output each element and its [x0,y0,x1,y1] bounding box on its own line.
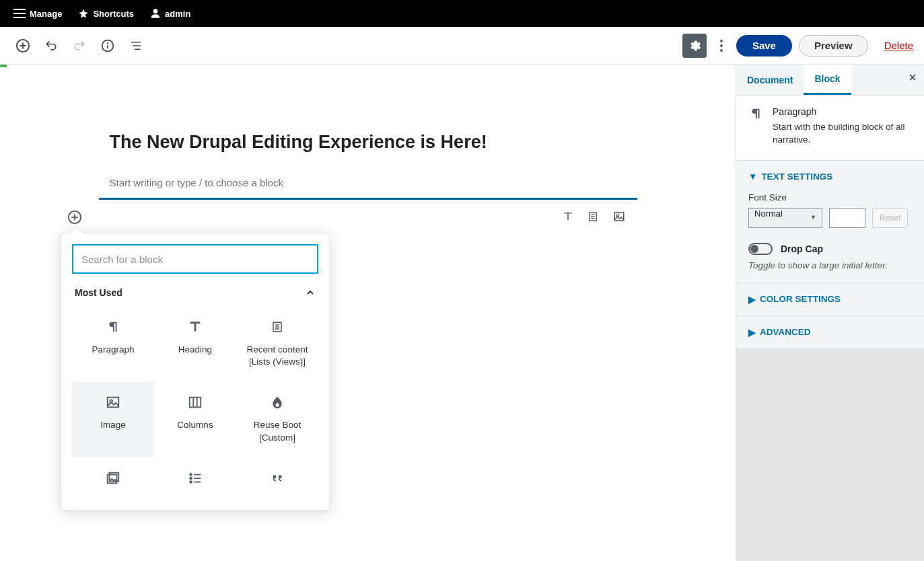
image-suggestion-button[interactable] [613,211,627,224]
drop-cap-hint: Toggle to show a large initial letter. [748,260,912,270]
svg-point-36 [190,478,192,480]
delete-link[interactable]: Delete [884,40,913,51]
document-list-icon [271,320,283,334]
preview-button[interactable]: Preview [799,35,868,57]
text-settings-header[interactable]: ▼ TEXT SETTINGS [736,161,924,192]
info-button[interactable] [96,34,120,58]
more-options-button[interactable] [713,34,730,58]
add-block-button[interactable] [11,34,35,58]
block-meta-description: Start with the building block of all nar… [773,121,912,147]
outline-button[interactable] [124,34,148,58]
block-option-quote[interactable] [236,457,318,499]
color-settings-header[interactable]: ▶ COLOR SETTINGS [736,283,924,315]
paragraph-block[interactable]: Start writing or type / to choose a bloc… [99,172,637,200]
settings-sidebar: Document Block Paragraph Start with the … [736,65,924,561]
svg-rect-2 [13,17,26,18]
document-list-icon [588,211,598,223]
text-suggestion-button[interactable] [562,211,575,224]
section-title: Most Used [75,287,122,298]
svg-point-12 [720,40,723,42]
admin-bar: Manage Shortcuts admin [0,0,924,27]
manage-menu[interactable]: Manage [5,0,70,27]
block-meta-panel: Paragraph Start with the building block … [736,96,924,160]
editor-toolbar: Save Preview Delete [0,27,924,65]
info-icon [101,39,114,52]
block-label: Heading [178,344,212,356]
quote-icon [270,471,285,486]
block-option-reuse-boot[interactable]: Reuse Boot [Custom] [236,381,318,457]
block-option-heading[interactable]: Heading [154,306,236,381]
user-menu[interactable]: admin [142,0,199,27]
block-label: Columns [177,419,213,431]
svg-rect-1 [13,13,26,14]
shortcuts-label: Shortcuts [93,9,134,19]
svg-rect-30 [190,398,201,408]
drupal-icon [271,395,284,410]
hamburger-icon [13,9,26,18]
editor-canvas: The New Drupal Editing Experience is Her… [0,65,736,561]
block-option-gallery[interactable] [72,457,154,499]
list-suggestion-button[interactable] [588,211,601,224]
close-icon [908,73,917,82]
svg-point-37 [190,481,192,483]
svg-rect-22 [614,213,624,221]
block-meta-title: Paragraph [773,106,912,117]
chevron-up-icon [305,287,316,298]
block-inserter-popover: Most Used Paragraph Heading Recent conte… [61,233,330,511]
undo-button[interactable] [39,34,63,58]
block-label: Recent content [Lists (Views)] [240,344,314,368]
svg-point-13 [720,44,723,47]
advanced-panel: ▶ ADVANCED [736,315,924,349]
block-label: Reuse Boot [Custom] [240,419,314,443]
undo-icon [44,39,58,52]
most-used-section-header[interactable]: Most Used [72,274,318,306]
block-label: Image [100,419,126,431]
user-label: admin [165,9,190,19]
plus-circle-icon [15,38,30,53]
list-icon [188,471,203,486]
tab-document[interactable]: Document [736,65,804,95]
outline-icon [130,40,142,52]
drop-cap-label: Drop Cap [781,244,823,254]
tab-block[interactable]: Block [804,65,851,95]
paragraph-icon [748,106,763,121]
star-icon [78,8,89,19]
svg-point-14 [720,49,723,52]
redo-icon [73,39,86,52]
block-search-input[interactable] [72,244,318,274]
reset-button[interactable]: Reset [872,208,908,228]
svg-point-35 [190,474,192,476]
block-option-list[interactable] [154,457,236,499]
sidebar-empty-area [736,349,924,561]
plus-circle-icon [67,210,82,225]
triangle-right-icon: ▶ [748,294,756,305]
dots-vertical-icon [720,40,723,52]
shortcuts-menu[interactable]: Shortcuts [70,0,142,27]
settings-toggle-button[interactable] [682,34,707,58]
svg-rect-28 [108,398,119,408]
advanced-header[interactable]: ▶ ADVANCED [736,316,924,348]
save-button[interactable]: Save [736,35,792,57]
block-option-recent-content[interactable]: Recent content [Lists (Views)] [236,306,318,381]
font-size-select[interactable]: Normal [748,208,822,228]
color-settings-panel: ▶ COLOR SETTINGS [736,283,924,315]
close-sidebar-button[interactable] [908,73,917,84]
columns-icon [188,395,203,410]
triangle-right-icon: ▶ [748,327,756,338]
gallery-icon [106,471,120,486]
svg-rect-0 [13,9,26,10]
block-option-columns[interactable]: Columns [154,381,236,457]
font-size-label: Font Size [748,192,912,202]
manage-label: Manage [30,9,62,19]
post-title[interactable]: The New Drupal Editing Experience is Her… [99,132,637,153]
font-size-input[interactable] [829,208,865,228]
inline-add-block-button[interactable] [67,209,83,225]
redo-button[interactable] [67,34,92,58]
block-option-image[interactable]: Image [72,381,154,457]
gear-icon [688,39,701,52]
image-icon [613,211,625,223]
block-option-paragraph[interactable]: Paragraph [72,306,154,381]
drop-cap-toggle[interactable] [748,243,773,255]
image-icon [106,395,120,410]
triangle-down-icon: ▼ [748,172,757,182]
